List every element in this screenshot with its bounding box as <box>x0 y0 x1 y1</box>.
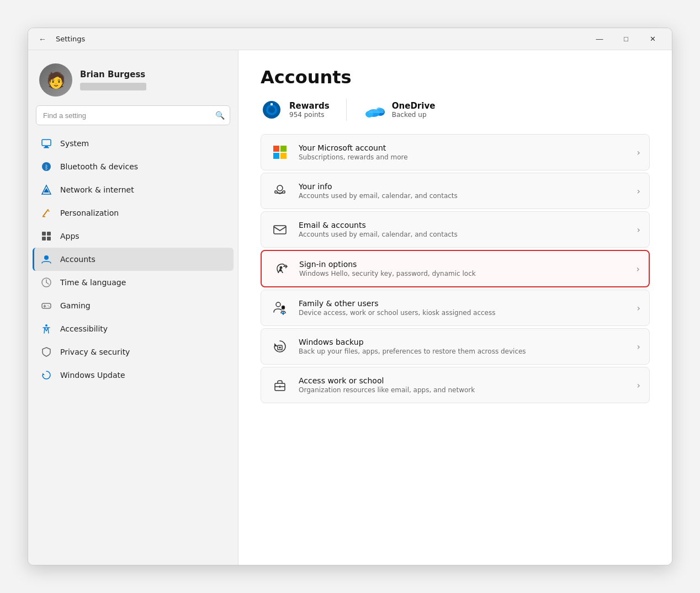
sidebar: 🧑 Brian Burgess 🔍 System <box>28 50 238 565</box>
network-icon <box>40 184 52 196</box>
sidebar-label-accounts: Accounts <box>60 255 96 264</box>
svg-rect-2 <box>44 147 49 148</box>
minimize-button[interactable]: — <box>587 30 612 48</box>
your-info-desc: Accounts used by email, calendar, and co… <box>299 192 628 200</box>
maximize-button[interactable]: □ <box>613 30 639 48</box>
settings-item-work[interactable]: Access work or school Organization resou… <box>261 367 650 403</box>
time-icon <box>40 276 52 289</box>
rewards-card: Rewards 954 points <box>261 99 330 121</box>
close-button[interactable]: ✕ <box>640 30 665 48</box>
svg-rect-9 <box>42 232 46 236</box>
svg-point-27 <box>268 106 275 113</box>
sidebar-item-gaming[interactable]: Gaming <box>33 294 234 317</box>
sidebar-item-accounts[interactable]: Accounts <box>33 248 234 271</box>
svg-rect-32 <box>273 146 279 152</box>
onedrive-icon <box>363 99 385 121</box>
svg-rect-11 <box>42 237 46 241</box>
settings-item-sign-in[interactable]: Sign-in options Windows Hello, security … <box>261 250 650 287</box>
chevron-icon-0: › <box>637 147 640 158</box>
settings-window: ← Settings — □ ✕ 🧑 Brian Burgess 🔍 <box>28 28 672 565</box>
back-button[interactable]: ← <box>35 31 50 47</box>
svg-point-22 <box>45 324 47 327</box>
sidebar-item-system[interactable]: System <box>33 132 234 155</box>
work-icon <box>270 375 290 395</box>
sidebar-label-time: Time & language <box>60 278 126 287</box>
sign-in-desc: Windows Hello, security key, password, d… <box>299 270 628 277</box>
personalization-icon <box>40 207 52 219</box>
search-input[interactable] <box>36 105 230 125</box>
update-icon <box>40 369 52 381</box>
accounts-icon <box>40 253 52 265</box>
avatar: 🧑 <box>39 63 72 97</box>
settings-item-backup[interactable]: Windows backup Back up your files, apps,… <box>261 328 650 365</box>
apps-icon <box>40 230 52 242</box>
sidebar-item-bluetooth[interactable]: ᛒ Bluetooth & devices <box>33 155 234 178</box>
sidebar-label-system: System <box>60 139 89 148</box>
settings-item-microsoft-account[interactable]: Your Microsoft account Subscriptions, re… <box>261 134 650 170</box>
search-box: 🔍 <box>36 105 230 125</box>
privacy-icon <box>40 346 52 358</box>
sidebar-label-update: Windows Update <box>60 371 125 380</box>
svg-rect-8 <box>43 216 45 217</box>
svg-rect-28 <box>271 103 273 105</box>
svg-line-7 <box>43 210 48 216</box>
work-desc: Organization resources like email, apps,… <box>299 386 628 394</box>
svg-rect-33 <box>280 146 287 152</box>
settings-item-your-info[interactable]: Your info Accounts used by email, calend… <box>261 173 650 209</box>
svg-rect-10 <box>47 232 51 236</box>
sidebar-item-privacy[interactable]: Privacy & security <box>33 340 234 364</box>
main-content: Accounts Rewards 954 points <box>238 50 672 565</box>
microsoft-account-title: Your Microsoft account <box>299 143 628 152</box>
rewards-label: Rewards <box>289 101 330 111</box>
svg-rect-34 <box>273 153 279 159</box>
bluetooth-icon: ᛒ <box>40 161 52 173</box>
sidebar-label-personalization: Personalization <box>60 209 119 217</box>
top-cards: Rewards 954 points OneDrive Backed up <box>261 99 650 121</box>
email-title: Email & accounts <box>299 221 628 229</box>
rewards-icon <box>261 99 283 121</box>
your-info-title: Your info <box>299 182 628 191</box>
chevron-icon-5: › <box>637 341 640 352</box>
microsoft-account-icon <box>270 142 290 162</box>
svg-rect-1 <box>45 146 48 147</box>
svg-line-16 <box>46 282 49 284</box>
svg-text:ᛒ: ᛒ <box>45 164 49 170</box>
chevron-icon-4: › <box>637 303 640 313</box>
settings-item-family[interactable]: Family & other users Device access, work… <box>261 290 650 326</box>
svg-marker-24 <box>43 373 45 375</box>
sidebar-label-accessibility: Accessibility <box>60 324 108 333</box>
sign-in-icon <box>271 259 290 279</box>
sidebar-item-personalization[interactable]: Personalization <box>33 201 234 225</box>
system-icon <box>40 137 52 149</box>
titlebar: ← Settings — □ ✕ <box>28 28 672 50</box>
chevron-icon-1: › <box>637 186 640 196</box>
svg-point-13 <box>44 255 49 260</box>
sidebar-label-gaming: Gaming <box>60 301 91 310</box>
nav-list: System ᛒ Bluetooth & devices Network & i… <box>28 132 238 387</box>
onedrive-value: Backed up <box>392 111 436 119</box>
svg-point-36 <box>277 185 283 191</box>
backup-desc: Back up your files, apps, preferences to… <box>299 348 628 355</box>
settings-item-email[interactable]: Email & accounts Accounts used by email,… <box>261 211 650 248</box>
svg-rect-17 <box>42 303 51 308</box>
sidebar-label-network: Network & internet <box>60 185 134 194</box>
sidebar-item-apps[interactable]: Apps <box>33 225 234 248</box>
search-icon: 🔍 <box>215 111 225 120</box>
accessibility-icon <box>40 323 52 335</box>
sidebar-item-accessibility[interactable]: Accessibility <box>33 317 234 340</box>
svg-point-21 <box>49 306 50 307</box>
sidebar-label-bluetooth: Bluetooth & devices <box>60 162 138 171</box>
sidebar-item-time[interactable]: Time & language <box>33 271 234 294</box>
sidebar-item-update[interactable]: Windows Update <box>33 364 234 387</box>
rewards-value: 954 points <box>289 111 330 119</box>
chevron-icon-6: › <box>637 380 640 391</box>
settings-list: Your Microsoft account Subscriptions, re… <box>261 134 650 403</box>
chevron-icon-2: › <box>637 225 640 235</box>
onedrive-label: OneDrive <box>392 101 436 111</box>
backup-icon <box>270 336 290 356</box>
sidebar-label-apps: Apps <box>60 232 79 241</box>
work-title: Access work or school <box>299 376 628 385</box>
avatar-image: 🧑 <box>39 63 72 97</box>
family-icon <box>270 298 290 318</box>
sidebar-item-network[interactable]: Network & internet <box>33 178 234 201</box>
